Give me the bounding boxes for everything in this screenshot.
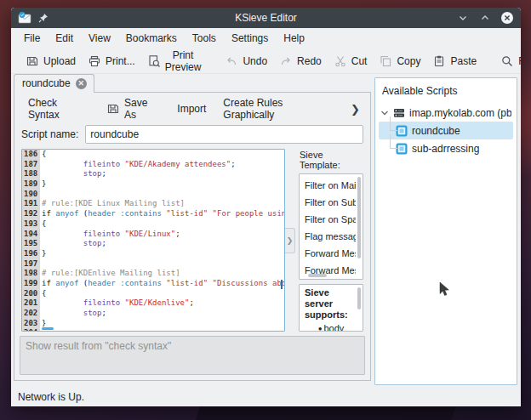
code-text: stop; [40, 239, 106, 249]
token-txt: { [42, 289, 46, 298]
code-line: 189} [22, 179, 284, 190]
menu-tools[interactable]: Tools [185, 30, 224, 47]
tab-label: roundcube [22, 77, 71, 89]
server-capability-label: body [323, 323, 344, 332]
line-number: 197 [22, 259, 40, 270]
tab-roundcube[interactable]: roundcube ✕ [14, 74, 94, 93]
window-title: KSieve Editor [11, 12, 521, 24]
upload-label: Upload [43, 55, 76, 67]
cut-button: Cut [328, 52, 374, 71]
print-button[interactable]: Print... [82, 52, 141, 71]
template-item[interactable]: Filter on Subje [305, 195, 356, 212]
menu-file[interactable]: File [16, 30, 48, 47]
import-label: Import [177, 103, 206, 115]
tab-close-icon[interactable]: ✕ [76, 78, 87, 89]
template-list-hscrollbar[interactable] [308, 274, 327, 277]
template-item[interactable]: Flag message [305, 229, 356, 246]
sieve-template-list: Filter on MailiFilter on SubjeFilter on … [299, 173, 363, 280]
code-text: stop; [40, 169, 106, 179]
code-line: 194 fileinto "KDE/Linux"; [22, 230, 284, 240]
token-str: "KDE/Kdenlive" [125, 298, 190, 307]
maximize-button[interactable] [478, 11, 492, 25]
token-str: "KDE/Akademy attendees" [125, 160, 231, 168]
check-syntax-label: Check Syntax [28, 97, 89, 121]
upload-button[interactable]: Upload [20, 52, 82, 71]
sieve-server-supports-title: Sieve server supports: [305, 287, 357, 321]
titlebar[interactable]: KSieve Editor [11, 8, 521, 28]
token-cmd: stop [83, 309, 102, 317]
token-txt: { [42, 150, 46, 158]
paste-button[interactable]: Paste [426, 52, 482, 71]
tree-script-roundcube[interactable]: roundcube [379, 122, 513, 139]
code-text: fileinto "KDE/Linux"; [40, 230, 180, 240]
server-box-scrollbar[interactable] [357, 287, 361, 309]
actionbar-overflow-chevron-icon[interactable]: ❯ [347, 103, 363, 116]
print-preview-icon [147, 54, 161, 68]
tree-script-sub-adrressing[interactable]: sub-adrressing [379, 139, 513, 157]
ksieve-editor-window: KSieve Editor FileEditViewBookmarksTools… [11, 8, 521, 406]
token-txt: ( [78, 279, 88, 287]
token-txt: ; [175, 230, 180, 238]
token-str: "list-id" [166, 209, 208, 218]
token-str: "list-id" [166, 279, 208, 287]
check-syntax-button[interactable]: Check Syntax [21, 94, 96, 124]
script-name-input[interactable] [85, 125, 363, 144]
template-item[interactable]: Forward Mess [305, 246, 356, 263]
code-lines: 186{187 fileinto "KDE/Akademy attendees"… [22, 150, 284, 332]
line-number: 191 [22, 199, 40, 209]
result-placeholder: Show result from "check syntax" [26, 340, 359, 352]
code-editor[interactable]: 186{187 fileinto "KDE/Akademy attendees"… [21, 149, 285, 332]
check-syntax-result-box[interactable]: Show result from "check syntax" [20, 336, 365, 375]
token-kw: :contains [120, 279, 162, 287]
save-as-button[interactable]: Save As [100, 94, 167, 124]
script-actionbar: Check SyntaxSave AsImportCreate Rules Gr… [20, 96, 365, 122]
token-cmd: stop [83, 239, 102, 247]
code-text [40, 259, 42, 270]
find-label: Find... [518, 55, 521, 67]
line-number: 204 [22, 328, 40, 332]
statusbar: Network is Up. [11, 388, 521, 406]
create-rules-graphically-label: Create Rules Graphically [223, 97, 334, 121]
token-txt: ; [101, 309, 106, 317]
template-item[interactable]: Forward Mess [305, 263, 356, 280]
copy-label: Copy [397, 55, 420, 67]
menu-settings[interactable]: Settings [224, 30, 276, 47]
search-icon [500, 54, 514, 68]
editor-horizontal-scrollbar[interactable] [42, 327, 54, 330]
import-button[interactable]: Import [170, 99, 213, 118]
code-text: { [40, 219, 46, 230]
code-text: } [40, 179, 46, 190]
create-rules-graphically-button[interactable]: Create Rules Graphically [216, 94, 340, 124]
token-kw: anyof [55, 279, 78, 287]
editor-side-expander: ❯ [285, 149, 296, 332]
save-icon [26, 54, 39, 68]
close-button[interactable] [500, 11, 514, 25]
menu-view[interactable]: View [81, 30, 118, 47]
menu-edit[interactable]: Edit [48, 30, 81, 47]
template-list-scrollbar[interactable] [357, 177, 361, 258]
tree-script-label: roundcube [412, 125, 460, 137]
token-cmd: fileinto [83, 230, 120, 238]
code-text: fileinto "KDE/Kdenlive"; [40, 298, 194, 309]
pin-icon[interactable] [38, 13, 49, 23]
minimize-button[interactable] [456, 11, 470, 25]
template-item[interactable]: Filter on Maili [305, 178, 356, 195]
code-text: { [40, 150, 46, 160]
template-item[interactable]: Filter on Spam [305, 212, 356, 229]
sieve-server-supports-box[interactable]: Sieve server supports: ●body●comp [299, 284, 363, 332]
find-button[interactable]: Find... [494, 52, 521, 71]
line-number: 198 [22, 269, 40, 279]
print-preview-button[interactable]: Print Preview [141, 47, 208, 76]
menu-help[interactable]: Help [276, 30, 312, 47]
menu-bookmarks[interactable]: Bookmarks [118, 30, 185, 47]
code-line: 202 stop; [22, 309, 284, 319]
code-text: fileinto "KDE/Akademy attendees"; [40, 160, 236, 170]
line-number: 186 [22, 150, 40, 160]
paste-icon [432, 54, 446, 68]
expander-button[interactable]: ❯ [285, 228, 295, 253]
code-line: 186{ [22, 150, 284, 160]
sieve-template-label: Sieve Template: [299, 149, 363, 173]
tree-expander-chevron-icon[interactable] [380, 109, 389, 117]
tree-server-row[interactable]: imap.mykolab.com (pbro... [379, 104, 513, 122]
desktop: KSieve Editor FileEditViewBookmarksTools… [0, 0, 531, 420]
